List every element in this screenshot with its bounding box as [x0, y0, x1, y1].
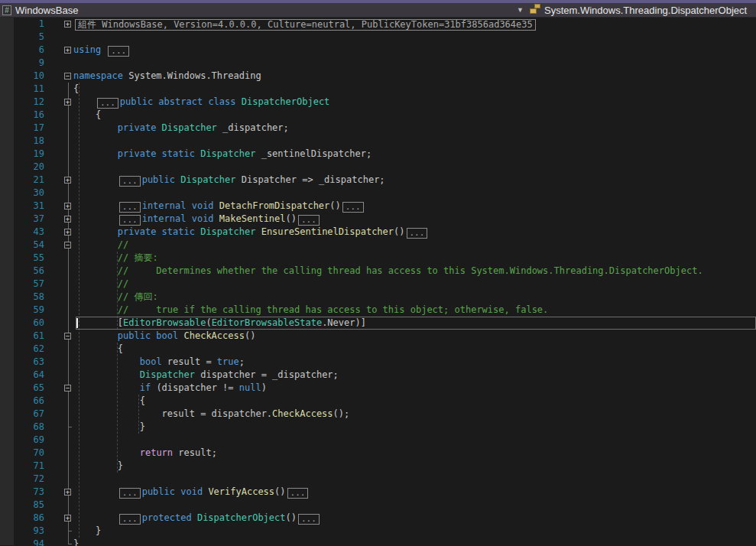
- expand-icon[interactable]: +: [64, 515, 71, 522]
- code-line[interactable]: [EditorBrowsable(EditorBrowsableState.Ne…: [73, 317, 366, 330]
- code-line[interactable]: {: [73, 109, 101, 122]
- breakpoint-margin-cell[interactable]: [0, 18, 14, 31]
- breakpoint-margin-cell[interactable]: [0, 200, 14, 213]
- breakpoint-margin-cell[interactable]: [0, 486, 14, 499]
- breakpoint-margin-cell[interactable]: [0, 304, 14, 317]
- breakpoint-margin-cell[interactable]: [0, 122, 14, 135]
- breakpoint-margin-cell[interactable]: [0, 252, 14, 265]
- code-line[interactable]: {: [73, 83, 79, 96]
- breakpoint-margin-cell[interactable]: [0, 135, 14, 148]
- breakpoint-margin-cell[interactable]: [0, 57, 14, 70]
- code-line[interactable]: ...protected DispatcherObject()...: [73, 512, 321, 525]
- collapsed-region-box[interactable]: ...: [108, 46, 129, 57]
- breakpoint-margin-cell[interactable]: [0, 447, 14, 460]
- breakpoint-margin-cell[interactable]: [0, 265, 14, 278]
- code-line[interactable]: // 傳回:: [73, 291, 158, 304]
- code-line[interactable]: // Determines whether the calling thread…: [73, 265, 703, 278]
- code-line[interactable]: ...public Dispatcher Dispatcher => _disp…: [73, 174, 385, 187]
- expand-icon[interactable]: +: [64, 229, 71, 236]
- collapse-icon[interactable]: −: [64, 73, 71, 80]
- expand-icon[interactable]: +: [64, 47, 71, 54]
- breakpoint-margin-cell[interactable]: [0, 239, 14, 252]
- code-line[interactable]: {: [73, 395, 145, 408]
- breakpoint-margin-cell[interactable]: [0, 291, 14, 304]
- collapse-icon[interactable]: −: [64, 242, 71, 249]
- breakpoint-margin-cell[interactable]: [0, 356, 14, 369]
- code-line[interactable]: private static Dispatcher EnsureSentinel…: [73, 226, 429, 239]
- code-line[interactable]: Dispatcher dispatcher = _dispatcher;: [73, 369, 339, 382]
- chevron-down-icon[interactable]: ▼: [517, 6, 524, 14]
- breakpoint-margin-cell[interactable]: [0, 278, 14, 291]
- code-line[interactable]: }: [73, 421, 145, 434]
- code-editor[interactable]: 1+組件 WindowsBase, Version=4.0.0.0, Cultu…: [0, 18, 756, 545]
- type-dropdown[interactable]: System.Windows.Threading.DispatcherObjec…: [530, 4, 756, 16]
- collapsed-region-box[interactable]: 組件 WindowsBase, Version=4.0.0.0, Culture…: [75, 19, 536, 31]
- code-line[interactable]: {: [73, 343, 123, 356]
- breakpoint-margin-cell[interactable]: [0, 213, 14, 226]
- breakpoint-margin-cell[interactable]: [0, 70, 14, 83]
- breakpoint-margin-cell[interactable]: [0, 330, 14, 343]
- code-line[interactable]: private static Dispatcher _sentinelDispa…: [73, 148, 372, 161]
- breakpoint-margin-cell[interactable]: [0, 473, 14, 486]
- code-line[interactable]: ...public abstract class DispatcherObjec…: [73, 96, 329, 109]
- breakpoint-margin-cell[interactable]: [0, 317, 14, 330]
- code-line[interactable]: ...internal void MakeSentinel()...: [73, 213, 321, 226]
- collapsed-region-box[interactable]: ...: [119, 488, 141, 499]
- code-line[interactable]: ...public void VerifyAccess()...: [73, 486, 310, 499]
- collapsed-region-box[interactable]: ...: [287, 488, 309, 499]
- expand-icon[interactable]: +: [64, 203, 71, 210]
- code-line[interactable]: using ...: [73, 44, 131, 57]
- expand-icon[interactable]: +: [64, 489, 71, 496]
- breakpoint-margin-cell[interactable]: [0, 382, 14, 395]
- breakpoint-margin-cell[interactable]: [0, 161, 14, 174]
- breakpoint-margin-cell[interactable]: [0, 31, 14, 44]
- expand-icon[interactable]: +: [64, 177, 71, 184]
- expand-icon[interactable]: +: [64, 99, 71, 106]
- breakpoint-margin-cell[interactable]: [0, 512, 14, 525]
- code-line[interactable]: result = dispatcher.CheckAccess();: [73, 408, 349, 421]
- code-line[interactable]: // true if the calling thread has access…: [73, 304, 548, 317]
- code-line[interactable]: if (dispatcher != null): [73, 382, 267, 395]
- collapse-icon[interactable]: −: [64, 385, 71, 392]
- collapsed-region-box[interactable]: ...: [119, 215, 141, 226]
- breakpoint-margin-cell[interactable]: [0, 148, 14, 161]
- breakpoint-margin-cell[interactable]: [0, 187, 14, 200]
- breakpoint-margin-cell[interactable]: [0, 408, 14, 421]
- code-line[interactable]: bool result = true;: [73, 356, 245, 369]
- code-line[interactable]: namespace System.Windows.Threading: [73, 70, 261, 83]
- code-line[interactable]: return result;: [73, 447, 217, 460]
- code-line[interactable]: 組件 WindowsBase, Version=4.0.0.0, Culture…: [73, 18, 537, 31]
- expand-icon[interactable]: +: [64, 21, 71, 28]
- collapsed-region-box[interactable]: ...: [342, 202, 364, 213]
- code-line[interactable]: private Dispatcher _dispatcher;: [73, 122, 289, 135]
- collapse-icon[interactable]: −: [64, 333, 71, 340]
- breakpoint-margin-cell[interactable]: [0, 395, 14, 408]
- breakpoint-margin-cell[interactable]: [0, 460, 14, 473]
- breakpoint-margin-cell[interactable]: [0, 44, 14, 57]
- breakpoint-margin-cell[interactable]: [0, 538, 14, 546]
- code-line[interactable]: public bool CheckAccess(): [73, 330, 255, 343]
- expand-icon[interactable]: +: [64, 216, 71, 223]
- breakpoint-margin-cell[interactable]: [0, 174, 14, 187]
- code-line[interactable]: ...internal void DetachFromDispatcher().…: [73, 200, 365, 213]
- breakpoint-margin-cell[interactable]: [0, 525, 14, 538]
- project-dropdown[interactable]: # WindowsBase ▼: [0, 5, 530, 16]
- breakpoint-margin-cell[interactable]: [0, 434, 14, 447]
- breakpoint-margin-cell[interactable]: [0, 343, 14, 356]
- collapsed-region-box[interactable]: ...: [407, 228, 428, 239]
- breakpoint-margin-cell[interactable]: [0, 226, 14, 239]
- collapsed-region-box[interactable]: ...: [97, 98, 118, 109]
- code-line[interactable]: // 摘要:: [73, 252, 158, 265]
- code-line[interactable]: }: [73, 525, 101, 538]
- collapsed-region-box[interactable]: ...: [119, 514, 141, 525]
- collapsed-region-box[interactable]: ...: [119, 176, 141, 187]
- code-line[interactable]: //: [73, 278, 128, 291]
- collapsed-region-box[interactable]: ...: [298, 215, 320, 226]
- code-line[interactable]: }: [73, 538, 79, 546]
- code-line[interactable]: }: [73, 460, 123, 473]
- breakpoint-margin-cell[interactable]: [0, 109, 14, 122]
- breakpoint-margin-cell[interactable]: [0, 96, 14, 109]
- breakpoint-margin-cell[interactable]: [0, 421, 14, 434]
- breakpoint-margin-cell[interactable]: [0, 369, 14, 382]
- breakpoint-margin-cell[interactable]: [0, 499, 14, 512]
